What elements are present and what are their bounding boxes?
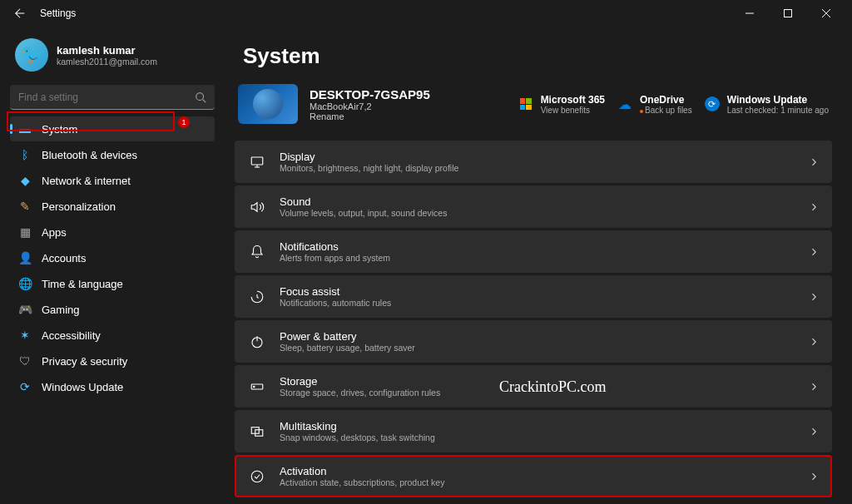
setting-item-display[interactable]: DisplayMonitors, brightness, night light… bbox=[235, 141, 832, 183]
chevron-right-icon bbox=[809, 472, 819, 482]
update-sub: Last checked: 1 minute ago bbox=[727, 106, 829, 115]
user-profile[interactable]: 🐦 kamlesh kumar kamlesh2011@gmail.com bbox=[10, 33, 215, 77]
svg-point-4 bbox=[196, 92, 204, 100]
user-name: kamlesh kumar bbox=[57, 44, 157, 57]
onedrive-icon: ☁ bbox=[617, 96, 633, 112]
nav-label: Accessibility bbox=[42, 329, 101, 342]
time-icon: 🌐 bbox=[18, 277, 32, 290]
status-update[interactable]: ⟳ Windows Update Last checked: 1 minute … bbox=[704, 94, 829, 115]
nav-label: Personalization bbox=[42, 200, 116, 213]
focus-icon bbox=[248, 289, 266, 304]
bluetooth-icon: ᛒ bbox=[18, 148, 32, 161]
windows-update-icon: ⟳ bbox=[704, 96, 721, 112]
setting-item-multitasking[interactable]: MultitaskingSnap windows, desktops, task… bbox=[235, 410, 832, 452]
status-ms365[interactable]: Microsoft 365 View benefits bbox=[518, 94, 605, 115]
svg-rect-6 bbox=[251, 157, 263, 165]
setting-title: Activation bbox=[280, 465, 809, 477]
nav-item-gaming[interactable]: 🎮 Gaming bbox=[10, 297, 215, 322]
setting-title: Power & battery bbox=[280, 330, 809, 343]
sidebar: 🐦 kamlesh kumar kamlesh2011@gmail.com ▬ … bbox=[0, 27, 225, 504]
user-email: kamlesh2011@gmail.com bbox=[57, 57, 157, 67]
chevron-right-icon bbox=[809, 427, 819, 437]
setting-title: Notifications bbox=[280, 240, 809, 253]
nav-label: Windows Update bbox=[42, 381, 123, 393]
setting-title: Sound bbox=[280, 195, 809, 208]
setting-title: Focus assist bbox=[280, 285, 809, 298]
setting-item-activation[interactable]: ActivationActivation state, subscription… bbox=[235, 455, 832, 497]
setting-sub: Activation state, subscriptions, product… bbox=[280, 477, 809, 487]
chevron-right-icon bbox=[809, 382, 819, 392]
nav-label: Time & language bbox=[42, 278, 123, 290]
close-button[interactable] bbox=[807, 0, 845, 27]
setting-item-sound[interactable]: SoundVolume levels, output, input, sound… bbox=[235, 185, 832, 228]
window-title: Settings bbox=[40, 7, 731, 19]
svg-marker-9 bbox=[251, 202, 257, 211]
status-onedrive[interactable]: ☁ OneDrive Back up files bbox=[617, 94, 692, 115]
ms365-title: Microsoft 365 bbox=[541, 94, 605, 106]
nav-label: Gaming bbox=[42, 304, 80, 316]
nav-item-apps[interactable]: ▦ Apps bbox=[10, 220, 215, 245]
gaming-icon: 🎮 bbox=[18, 303, 32, 316]
sound-icon bbox=[248, 200, 266, 215]
nav-list: ▬ System ᛒ Bluetooth & devices ◆ Network… bbox=[10, 116, 215, 399]
search-input[interactable] bbox=[18, 91, 195, 103]
content-area: System DESKTOP-7GSAP95 MacBookAir7,2 Ren… bbox=[225, 27, 852, 504]
nav-label: Network & internet bbox=[42, 175, 131, 187]
nav-label: Privacy & security bbox=[42, 355, 127, 368]
nav-item-update[interactable]: ⟳ Windows Update bbox=[10, 374, 215, 399]
nav-item-time[interactable]: 🌐 Time & language bbox=[10, 271, 215, 296]
storage-icon bbox=[248, 379, 266, 394]
chevron-right-icon bbox=[809, 157, 819, 167]
multitasking-icon bbox=[248, 424, 266, 439]
power-icon bbox=[248, 334, 266, 349]
nav-label: Accounts bbox=[42, 252, 86, 264]
setting-item-storage[interactable]: StorageStorage space, drives, configurat… bbox=[235, 365, 832, 408]
nav-item-accessibility[interactable]: ✶ Accessibility bbox=[10, 323, 215, 348]
setting-title: Storage bbox=[280, 375, 809, 388]
nav-item-personalization[interactable]: ✎ Personalization bbox=[10, 194, 215, 219]
svg-point-13 bbox=[254, 386, 255, 388]
nav-label: Apps bbox=[42, 226, 67, 239]
rename-link[interactable]: Rename bbox=[310, 111, 506, 121]
setting-item-power-battery[interactable]: Power & batterySleep, battery usage, bat… bbox=[235, 320, 832, 363]
nav-label: Bluetooth & devices bbox=[42, 149, 137, 161]
minimize-button[interactable] bbox=[731, 0, 769, 27]
nav-item-bluetooth[interactable]: ᛒ Bluetooth & devices bbox=[10, 142, 215, 167]
svg-point-16 bbox=[251, 471, 263, 482]
setting-item-focus-assist[interactable]: Focus assistNotifications, automatic rul… bbox=[235, 275, 832, 318]
page-title: System bbox=[243, 43, 832, 69]
setting-title: Display bbox=[280, 151, 809, 163]
setting-sub: Storage space, drives, configuration rul… bbox=[280, 388, 809, 398]
svg-rect-1 bbox=[785, 10, 792, 17]
update-icon: ⟳ bbox=[18, 380, 32, 393]
personalization-icon: ✎ bbox=[18, 200, 32, 213]
nav-label: System bbox=[42, 123, 77, 136]
device-name: DESKTOP-7GSAP95 bbox=[310, 87, 506, 101]
display-icon bbox=[248, 155, 266, 170]
device-model: MacBookAir7,2 bbox=[310, 101, 506, 111]
maximize-button[interactable] bbox=[769, 0, 807, 27]
notifications-icon bbox=[248, 245, 266, 259]
setting-sub: Alerts from apps and system bbox=[280, 253, 809, 263]
network-icon: ◆ bbox=[18, 174, 32, 187]
activation-icon bbox=[248, 469, 266, 484]
setting-item-notifications[interactable]: NotificationsAlerts from apps and system bbox=[235, 230, 832, 273]
chevron-right-icon bbox=[809, 247, 819, 257]
setting-title: Multitasking bbox=[280, 420, 809, 432]
device-info[interactable]: DESKTOP-7GSAP95 MacBookAir7,2 Rename bbox=[310, 87, 506, 121]
ms365-icon bbox=[518, 96, 534, 112]
nav-item-network[interactable]: ◆ Network & internet bbox=[10, 168, 215, 193]
setting-sub: Monitors, brightness, night light, displ… bbox=[280, 163, 809, 173]
onedrive-title: OneDrive bbox=[640, 94, 692, 106]
privacy-icon: 🛡 bbox=[18, 354, 32, 368]
setting-sub: Sleep, battery usage, battery saver bbox=[280, 343, 809, 353]
back-button[interactable] bbox=[7, 0, 33, 27]
chevron-right-icon bbox=[809, 202, 819, 212]
nav-item-privacy[interactable]: 🛡 Privacy & security bbox=[10, 348, 215, 373]
apps-icon: ▦ bbox=[18, 225, 32, 239]
search-box[interactable] bbox=[10, 85, 215, 110]
nav-item-accounts[interactable]: 👤 Accounts bbox=[10, 245, 215, 270]
update-title: Windows Update bbox=[727, 94, 829, 106]
chevron-right-icon bbox=[809, 292, 819, 302]
system-icon: ▬ bbox=[18, 122, 32, 136]
